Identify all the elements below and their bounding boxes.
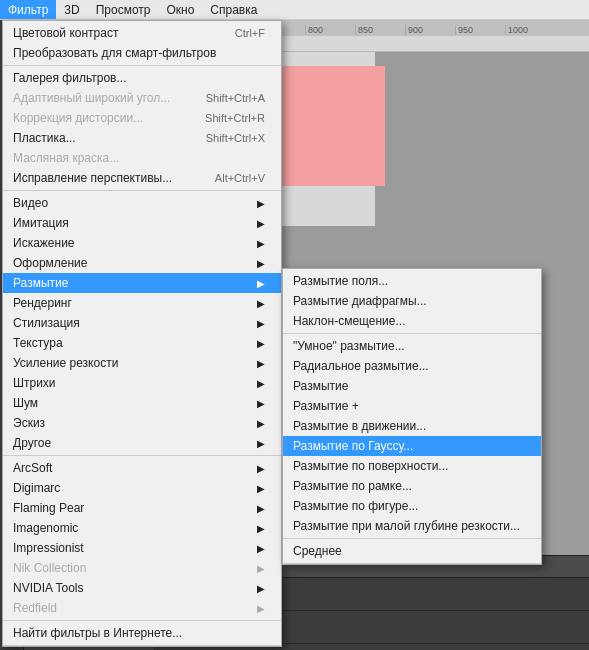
filter-video-label: Видео: [13, 196, 48, 210]
filter-design-arrow: ▶: [257, 258, 265, 269]
ruler-tick: 850: [355, 25, 405, 35]
blur-radial[interactable]: Радиальное размытие...: [283, 356, 541, 376]
blur-tilt-shift[interactable]: Наклон-смещение...: [283, 311, 541, 331]
filter-distort[interactable]: Искажение ▶: [3, 233, 281, 253]
filter-stylize-label: Стилизация: [13, 316, 80, 330]
blur-box[interactable]: Размытие по рамке...: [283, 476, 541, 496]
blur-average-label: Среднее: [293, 544, 342, 558]
filter-plastica[interactable]: Пластика... Shift+Ctrl+X: [3, 128, 281, 148]
blur-smart[interactable]: "Умное" размытие...: [283, 336, 541, 356]
blur-tilt-shift-label: Наклон-смещение...: [293, 314, 406, 328]
blur-average[interactable]: Среднее: [283, 541, 541, 561]
filter-nik-collection-label: Nik Collection: [13, 561, 86, 575]
filter-imagenomic-arrow: ▶: [257, 523, 265, 534]
filter-sharpen-label: Усиление резкости: [13, 356, 118, 370]
filter-sketch[interactable]: Эскиз ▶: [3, 413, 281, 433]
filter-gallery[interactable]: Галерея фильтров...: [3, 68, 281, 88]
filter-nvidia[interactable]: NVIDIA Tools ▶: [3, 578, 281, 598]
filter-arcsoft[interactable]: ArcSoft ▶: [3, 458, 281, 478]
filter-blur[interactable]: Размытие ▶: [3, 273, 281, 293]
filter-arcsoft-label: ArcSoft: [13, 461, 52, 475]
menu-help[interactable]: Справка: [202, 0, 265, 19]
filter-impressionist-label: Impressionist: [13, 541, 84, 555]
ruler-tick: 950: [455, 25, 505, 35]
blur-surface[interactable]: Размытие по поверхности...: [283, 456, 541, 476]
filter-other-label: Другое: [13, 436, 51, 450]
filter-sketch-arrow: ▶: [257, 418, 265, 429]
filter-color-contrast[interactable]: Цветовой контраст Ctrl+F: [3, 23, 281, 43]
menu-window[interactable]: Окно: [158, 0, 202, 19]
blur-radial-label: Радиальное размытие...: [293, 359, 429, 373]
blur-plus-label: Размытие +: [293, 399, 359, 413]
ruler-tick: 900: [405, 25, 455, 35]
filter-digimarc[interactable]: Digimarc ▶: [3, 478, 281, 498]
menu-3d[interactable]: 3D: [56, 0, 87, 19]
filter-strokes[interactable]: Штрихи ▶: [3, 373, 281, 393]
filter-imagenomic[interactable]: Imagenomic ▶: [3, 518, 281, 538]
filter-perspective-shortcut: Alt+Ctrl+V: [215, 172, 265, 184]
filter-find-online[interactable]: Найти фильтры в Интернете...: [3, 623, 281, 643]
filter-render-arrow: ▶: [257, 298, 265, 309]
blur-field-label: Размытие поля...: [293, 274, 388, 288]
filter-arcsoft-arrow: ▶: [257, 463, 265, 474]
filter-dropdown-menu: Цветовой контраст Ctrl+F Преобразовать д…: [2, 20, 282, 647]
filter-convert-smart-label: Преобразовать для смарт-фильтров: [13, 46, 216, 60]
filter-adaptive-wide-shortcut: Shift+Ctrl+A: [206, 92, 265, 104]
filter-perspective-label: Исправление перспективы...: [13, 171, 172, 185]
filter-texture[interactable]: Текстура ▶: [3, 333, 281, 353]
filter-blur-arrow: ▶: [257, 278, 265, 289]
blur-basic[interactable]: Размытие: [283, 376, 541, 396]
filter-convert-smart[interactable]: Преобразовать для смарт-фильтров: [3, 43, 281, 63]
filter-video-arrow: ▶: [257, 198, 265, 209]
filter-digimarc-arrow: ▶: [257, 483, 265, 494]
blur-submenu: Размытие поля... Размытие диафрагмы... Н…: [282, 268, 542, 565]
filter-menu-section-2: Галерея фильтров... Адаптивный широкий у…: [3, 66, 281, 191]
menu-filter[interactable]: Фильтр: [0, 0, 56, 19]
filter-texture-arrow: ▶: [257, 338, 265, 349]
blur-motion[interactable]: Размытие в движении...: [283, 416, 541, 436]
blur-plus[interactable]: Размытие +: [283, 396, 541, 416]
filter-plastica-shortcut: Shift+Ctrl+X: [206, 132, 265, 144]
blur-diaphragm[interactable]: Размытие диафрагмы...: [283, 291, 541, 311]
filter-flaming-pear-arrow: ▶: [257, 503, 265, 514]
filter-distortion-label: Коррекция дисторсии...: [13, 111, 143, 125]
filter-noise[interactable]: Шум ▶: [3, 393, 281, 413]
filter-oil: Масляная краска...: [3, 148, 281, 168]
filter-plastica-label: Пластика...: [13, 131, 76, 145]
blur-gaussian[interactable]: Размытие по Гауссу...: [283, 436, 541, 456]
filter-other-arrow: ▶: [257, 438, 265, 449]
filter-distortion-shortcut: Shift+Ctrl+R: [205, 112, 265, 124]
filter-nvidia-label: NVIDIA Tools: [13, 581, 83, 595]
menu-view[interactable]: Просмотр: [88, 0, 159, 19]
filter-redfield-label: Redfield: [13, 601, 57, 615]
blur-submenu-section-2: "Умное" размытие... Радиальное размытие.…: [283, 334, 541, 539]
filter-other[interactable]: Другое ▶: [3, 433, 281, 453]
filter-imitation[interactable]: Имитация ▶: [3, 213, 281, 233]
filter-sharpen[interactable]: Усиление резкости ▶: [3, 353, 281, 373]
filter-render[interactable]: Рендеринг ▶: [3, 293, 281, 313]
filter-design[interactable]: Оформление ▶: [3, 253, 281, 273]
filter-stylize[interactable]: Стилизация ▶: [3, 313, 281, 333]
blur-lens-label: Размытие при малой глубине резкости...: [293, 519, 520, 533]
filter-imagenomic-label: Imagenomic: [13, 521, 78, 535]
filter-texture-label: Текстура: [13, 336, 63, 350]
filter-flaming-pear[interactable]: Flaming Pear ▶: [3, 498, 281, 518]
filter-render-label: Рендеринг: [13, 296, 72, 310]
blur-lens[interactable]: Размытие при малой глубине резкости...: [283, 516, 541, 536]
filter-find-online-label: Найти фильтры в Интернете...: [13, 626, 182, 640]
filter-digimarc-label: Digimarc: [13, 481, 60, 495]
filter-menu-section-3: Видео ▶ Имитация ▶ Искажение ▶ Оформлени…: [3, 191, 281, 456]
filter-oil-label: Масляная краска...: [13, 151, 119, 165]
filter-strokes-label: Штрихи: [13, 376, 56, 390]
blur-diaphragm-label: Размытие диафрагмы...: [293, 294, 427, 308]
filter-impressionist[interactable]: Impressionist ▶: [3, 538, 281, 558]
blur-field[interactable]: Размытие поля...: [283, 271, 541, 291]
blur-submenu-section-3: Среднее: [283, 539, 541, 564]
blur-shape-label: Размытие по фигуре...: [293, 499, 418, 513]
blur-smart-label: "Умное" размытие...: [293, 339, 405, 353]
filter-perspective[interactable]: Исправление перспективы... Alt+Ctrl+V: [3, 168, 281, 188]
filter-video[interactable]: Видео ▶: [3, 193, 281, 213]
filter-nik-collection: Nik Collection ▶: [3, 558, 281, 578]
filter-stylize-arrow: ▶: [257, 318, 265, 329]
blur-shape[interactable]: Размытие по фигуре...: [283, 496, 541, 516]
